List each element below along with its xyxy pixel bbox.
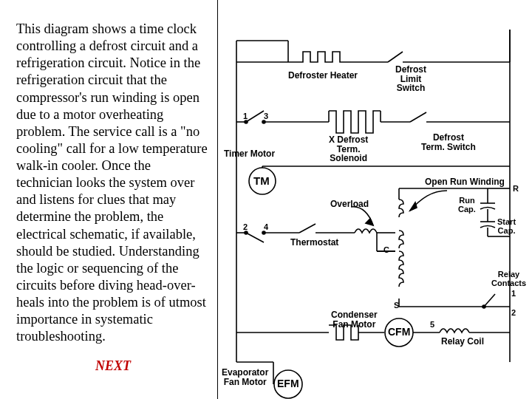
contact-2: 2: [511, 309, 516, 318]
svg-line-17: [410, 112, 426, 122]
svg-point-46: [482, 305, 485, 308]
svg-line-23: [246, 233, 264, 242]
efm-label: EFM: [277, 378, 299, 389]
description-panel: This diagram shows a time clock controll…: [0, 0, 218, 399]
contact-1: 1: [511, 290, 516, 299]
x-defrost-solenoid-label: X Defrost Term. Solenoid: [329, 135, 368, 163]
svg-point-24: [245, 231, 248, 234]
terminal-4: 4: [264, 223, 268, 232]
condenser-fan-motor-label: Condenser Fan Motor: [331, 310, 378, 329]
defrost-limit-switch-label: Defrost Limit Switch: [395, 65, 426, 93]
c-label: C: [383, 246, 389, 255]
next-link[interactable]: NEXT: [16, 358, 210, 374]
evaporator-fan-motor-label: Evaporator Fan Motor: [222, 368, 268, 386]
s-label: S: [394, 301, 399, 310]
terminal-5: 5: [430, 321, 434, 330]
run-cap-label: Run Cap.: [458, 197, 476, 214]
terminal-2: 2: [243, 223, 248, 232]
description-paragraph: This diagram shows a time clock controll…: [16, 21, 210, 345]
relay-coil-label: Relay Coil: [441, 337, 484, 347]
svg-line-10: [246, 111, 264, 122]
schematic-diagram: Defroster Heater Defrost Limit Switch 1 …: [218, 0, 532, 399]
cfm-label: CFM: [388, 327, 410, 338]
open-run-winding-label: Open Run Winding: [425, 177, 505, 187]
relay-contacts-label: Relay Contacts: [491, 270, 526, 287]
r-label: R: [513, 185, 519, 194]
svg-point-11: [245, 120, 248, 123]
svg-line-6: [388, 52, 403, 62]
thermostat-label: Thermostat: [290, 238, 338, 248]
svg-line-45: [484, 294, 495, 307]
terminal-1: 1: [243, 112, 248, 121]
defroster-heater-label: Defroster Heater: [288, 71, 358, 81]
svg-line-27: [299, 224, 316, 233]
overload-label: Overload: [330, 200, 369, 209]
svg-marker-47: [366, 219, 373, 225]
start-cap-label: Start Cap.: [497, 218, 516, 235]
defrost-term-switch-label: Defrost Term. Switch: [421, 133, 476, 151]
timer-motor-label: Timer Motor: [224, 149, 275, 159]
svg-marker-48: [410, 202, 417, 211]
schematic-svg: [218, 0, 532, 399]
tm-label: TM: [253, 175, 270, 187]
terminal-3: 3: [264, 112, 268, 121]
